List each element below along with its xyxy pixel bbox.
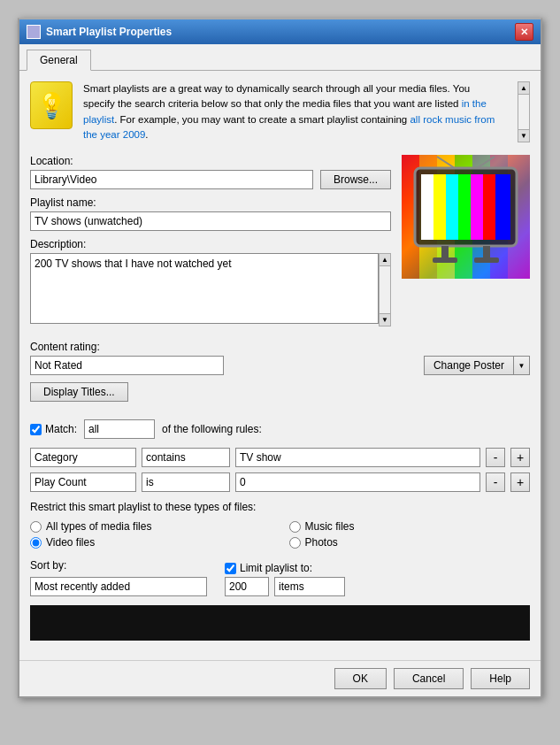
intro-text: Smart playlists are a great way to dynam… <box>83 81 503 142</box>
filetype-radio-group: All types of media files Music files Vid… <box>30 520 530 549</box>
desc-scroll-down[interactable]: ▼ <box>380 313 390 326</box>
playlist-name-label: Playlist name: <box>30 196 391 209</box>
cancel-button[interactable]: Cancel <box>394 668 464 689</box>
svg-rect-16 <box>495 174 510 240</box>
radio-music-files-label: Music files <box>305 520 355 533</box>
svg-rect-13 <box>458 174 471 240</box>
content-rating-section: Content rating: Not Rated G PG PG-13 R C… <box>30 341 530 375</box>
sort-group: Sort by: Most recently added Name Date R… <box>30 559 207 596</box>
scroll-down-btn[interactable]: ▼ <box>518 129 529 142</box>
limit-unit-select[interactable]: items hours GB MB <box>274 577 345 596</box>
svg-rect-12 <box>446 174 458 240</box>
tab-general[interactable]: General <box>27 50 91 71</box>
intro-section: 💡 Smart playlists are a great way to dyn… <box>30 81 530 142</box>
svg-rect-22 <box>474 257 499 263</box>
svg-rect-10 <box>421 174 433 240</box>
location-label: Location: <box>30 155 391 167</box>
rule-2-value-input[interactable] <box>235 472 480 492</box>
rule-2-minus-button[interactable]: - <box>486 472 505 492</box>
radio-music-files[interactable]: Music files <box>289 520 531 533</box>
close-button[interactable]: ✕ <box>515 23 533 41</box>
dialog-content: 💡 Smart playlists are a great way to dyn… <box>19 71 541 660</box>
title-bar-buttons: ✕ <box>515 23 533 41</box>
title-bar-left: Smart Playlist Properties <box>27 25 172 39</box>
description-label: Description: <box>30 238 391 250</box>
change-poster-button[interactable]: Change Poster <box>425 356 513 375</box>
scroll-up-btn[interactable]: ▲ <box>518 82 529 95</box>
match-checkbox[interactable] <box>30 424 42 435</box>
main-grid: Location: Browse... Playlist name: Descr… <box>30 155 530 334</box>
tv-image <box>402 155 530 279</box>
radio-all-files-input[interactable] <box>30 521 42 533</box>
sort-select[interactable]: Most recently added Name Date Rating Pla… <box>30 577 207 596</box>
sort-label: Sort by: <box>30 559 207 572</box>
location-input-row: Browse... <box>30 170 391 189</box>
content-rating-input-row: Not Rated G PG PG-13 R Change Poster ▼ <box>30 356 530 375</box>
rule-1-minus-button[interactable]: - <box>486 448 505 467</box>
restrict-label: Restrict this smart playlist to these ty… <box>30 501 530 513</box>
radio-music-files-input[interactable] <box>289 521 301 533</box>
description-scrollbar[interactable]: ▲ ▼ <box>379 253 391 326</box>
match-checkbox-label: Match: <box>30 423 77 435</box>
change-poster-button-group[interactable]: Change Poster ▼ <box>424 356 530 375</box>
svg-rect-20 <box>483 246 490 259</box>
limit-group: Limit playlist to: items hours GB MB <box>225 562 345 596</box>
match-following-text: of the following rules: <box>162 423 262 435</box>
svg-rect-11 <box>433 174 446 240</box>
window-icon <box>27 25 41 39</box>
radio-video-files[interactable]: Video files <box>30 536 272 549</box>
left-column: Location: Browse... Playlist name: Descr… <box>30 155 391 334</box>
description-input[interactable]: 200 TV shows that I have not watched yet <box>30 253 379 324</box>
tab-bar: General <box>19 44 541 71</box>
browse-button[interactable]: Browse... <box>320 170 391 189</box>
display-titles-button[interactable]: Display Titles... <box>30 382 128 402</box>
ok-button[interactable]: OK <box>334 668 387 689</box>
radio-photos-label: Photos <box>305 536 338 549</box>
rules-container: Category Play Count Title Year contains … <box>30 448 530 492</box>
svg-rect-14 <box>471 174 483 240</box>
smart-playlist-dialog: Smart Playlist Properties ✕ General 💡 Sm… <box>18 18 542 698</box>
limit-checkbox[interactable] <box>225 563 236 574</box>
match-label-text: Match: <box>45 423 77 435</box>
limit-value-input[interactable] <box>225 577 269 596</box>
lightbulb-icon: 💡 <box>30 81 73 129</box>
change-poster-dropdown-arrow[interactable]: ▼ <box>513 356 529 375</box>
rule-1-operator-select[interactable]: contains does not contain is is not <box>142 448 230 467</box>
playlist-name-row: Playlist name: <box>30 196 391 231</box>
match-select[interactable]: all any <box>84 419 155 439</box>
radio-video-files-input[interactable] <box>30 537 42 549</box>
radio-photos[interactable]: Photos <box>289 536 531 549</box>
description-wrapper: 200 TV shows that I have not watched yet… <box>30 253 391 326</box>
location-row: Location: Browse... <box>30 155 391 189</box>
content-rating-select[interactable]: Not Rated G PG PG-13 R <box>30 356 224 375</box>
rule-2-field-select[interactable]: Play Count Category Title Year <box>30 472 136 492</box>
rule-row-2: Play Count Category Title Year is is not… <box>30 472 530 492</box>
rule-1-plus-button[interactable]: + <box>510 448 530 467</box>
rule-row-1: Category Play Count Title Year contains … <box>30 448 530 467</box>
radio-all-files[interactable]: All types of media files <box>30 520 272 533</box>
restrict-section: Restrict this smart playlist to these ty… <box>30 501 530 549</box>
intro-scrollbar[interactable]: ▲ ▼ <box>518 81 530 142</box>
playlist-name-input[interactable] <box>30 211 391 231</box>
limit-checkbox-label: Limit playlist to: <box>225 562 345 574</box>
match-row: Match: all any of the following rules: <box>30 419 530 439</box>
display-titles-section: Display Titles... <box>30 382 530 411</box>
tv-image-container <box>402 155 530 279</box>
rule-1-field-select[interactable]: Category Play Count Title Year <box>30 448 136 467</box>
radio-all-files-label: All types of media files <box>46 520 151 533</box>
help-button[interactable]: Help <box>471 668 530 689</box>
radio-photos-input[interactable] <box>289 537 301 549</box>
rule-2-plus-button[interactable]: + <box>510 472 530 492</box>
radio-video-files-label: Video files <box>46 536 95 549</box>
limit-label-text: Limit playlist to: <box>240 562 312 574</box>
rule-1-value-input[interactable] <box>235 448 480 467</box>
location-input[interactable] <box>30 170 313 189</box>
desc-scroll-up[interactable]: ▲ <box>380 254 390 266</box>
rule-2-operator-select[interactable]: is is not is greater than is less than <box>142 472 230 492</box>
limit-input-row: items hours GB MB <box>225 577 345 596</box>
description-row: Description: 200 TV shows that I have no… <box>30 238 391 326</box>
window-title: Smart Playlist Properties <box>46 26 172 38</box>
title-bar: Smart Playlist Properties ✕ <box>19 19 541 44</box>
sort-limit-section: Sort by: Most recently added Name Date R… <box>30 559 530 596</box>
bottom-buttons: OK Cancel Help <box>19 660 541 696</box>
